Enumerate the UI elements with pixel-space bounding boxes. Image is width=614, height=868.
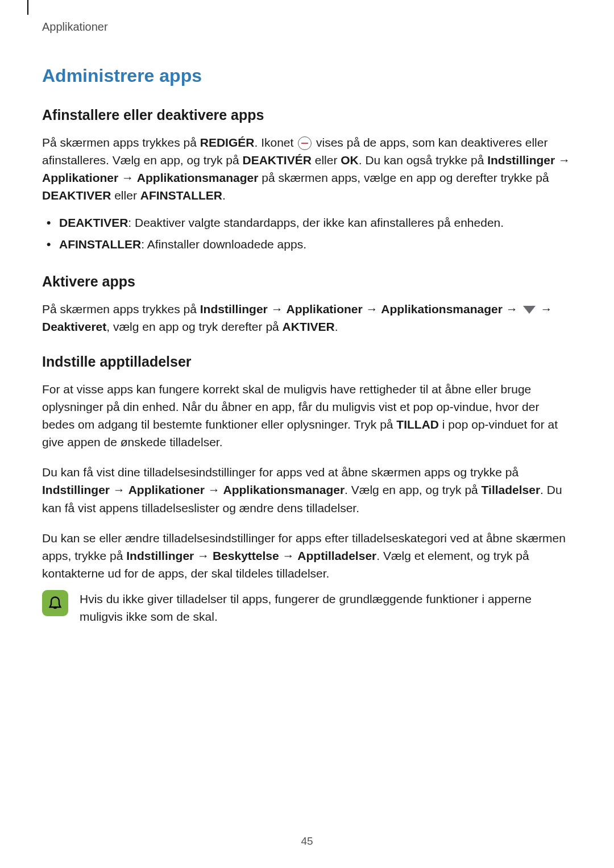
minus-circle-icon [298, 136, 312, 150]
text-bold: Applikationsmanager [137, 171, 259, 184]
text-bold: TILLAD [396, 418, 439, 431]
text: → [194, 549, 213, 562]
list-item: AFINSTALLER: Afinstaller downloadede app… [59, 234, 572, 255]
text: → [537, 302, 553, 315]
subheading-permissions: Indstille apptilladelser [42, 354, 572, 370]
text: : Deaktiver valgte standardapps, der ikk… [128, 216, 504, 229]
text: på skærmen apps, vælge en app og derefte… [258, 171, 549, 184]
text-bold: AKTIVER [283, 320, 335, 333]
running-header: Applikationer [42, 20, 572, 34]
text-bold: DEAKTIVER [42, 189, 111, 202]
text: → [205, 483, 223, 496]
text-bold: Indstillinger [126, 549, 194, 562]
body-text: Du kan få vist dine tilladelsesindstilli… [42, 463, 572, 516]
text: . Ikonet [254, 136, 297, 149]
section-activate: Aktivere apps På skærmen apps trykkes på… [42, 273, 572, 335]
text: eller [312, 153, 341, 167]
text: : Afinstaller downloadede apps. [141, 238, 306, 251]
text-bold: Tilladelser [482, 483, 541, 496]
text-bold: Beskyttelse [213, 549, 279, 562]
text: → [118, 171, 137, 184]
text-bold: Applikationsmanager [381, 302, 503, 315]
text: , vælg en app og tryk derefter på [106, 320, 282, 333]
text: På skærmen apps trykkes på [42, 136, 200, 149]
text-bold: Indstillinger [200, 302, 268, 315]
text: → [555, 153, 570, 167]
text-bold: Apptilladelser [297, 549, 376, 562]
bullet-list: DEAKTIVER: Deaktiver valgte standardapps… [42, 212, 572, 255]
text: . Vælg en app, og tryk på [345, 483, 481, 496]
text-bold: Indstillinger [487, 153, 555, 167]
text: → [110, 483, 128, 496]
note-callout: Hvis du ikke giver tilladelser til apps,… [42, 590, 572, 625]
text-bold: AFINSTALLER [59, 238, 141, 251]
text: . [222, 189, 226, 202]
body-text: På skærmen apps trykkes på Indstillinger… [42, 300, 572, 335]
section-uninstall-disable: Afinstallere eller deaktivere apps På sk… [42, 107, 572, 255]
page-number: 45 [0, 835, 614, 848]
text-bold: Deaktiveret [42, 320, 106, 333]
body-text: Du kan se eller ændre tilladelsesindstil… [42, 529, 572, 582]
page-title: Administrere apps [42, 65, 572, 86]
text: . [335, 320, 338, 333]
body-text: På skærmen apps trykkes på REDIGÉR. Ikon… [42, 134, 572, 204]
text: → [279, 549, 298, 562]
text: → [363, 302, 381, 315]
text-bold: REDIGÉR [200, 136, 255, 149]
text-bold: OK [341, 153, 359, 167]
note-text: Hvis du ikke giver tilladelser til apps,… [80, 590, 572, 625]
subheading-uninstall: Afinstallere eller deaktivere apps [42, 107, 572, 123]
text-bold: Applikationer [42, 171, 118, 184]
text-bold: DEAKTIVÉR [243, 153, 312, 167]
text: → [503, 302, 521, 315]
text: . Du kan også trykke på [359, 153, 487, 167]
text: eller [111, 189, 140, 202]
text: På skærmen apps trykkes på [42, 302, 200, 315]
body-text: For at visse apps kan fungere korrekt sk… [42, 380, 572, 451]
text-bold: Indstillinger [42, 483, 110, 496]
text: → [268, 302, 287, 315]
subheading-activate: Aktivere apps [42, 273, 572, 290]
text-bold: Applikationer [286, 302, 362, 315]
page-content: Applikationer Administrere apps Afinstal… [0, 0, 614, 625]
text-bold: AFINSTALLER [140, 189, 222, 202]
text-bold: Applikationer [128, 483, 205, 496]
text-bold: Applikationsmanager [223, 483, 345, 496]
list-item: DEAKTIVER: Deaktiver valgte standardapps… [59, 212, 572, 234]
page-tick-mark [27, 0, 28, 15]
text-bold: DEAKTIVER [59, 216, 128, 229]
text: Du kan få vist dine tilladelsesindstilli… [42, 466, 518, 479]
section-permissions: Indstille apptilladelser For at visse ap… [42, 354, 572, 625]
bell-note-icon [42, 590, 68, 616]
dropdown-triangle-icon [523, 306, 536, 314]
